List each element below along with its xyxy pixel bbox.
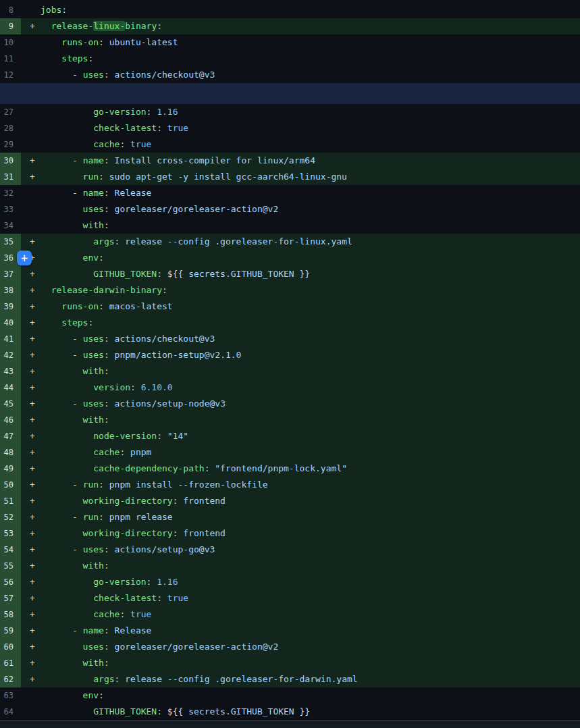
- code-token-key: cache-dependency-path: [41, 463, 205, 473]
- line-number[interactable]: 45: [0, 396, 21, 412]
- line-number[interactable]: 8: [0, 2, 21, 18]
- line-number[interactable]: 52: [0, 509, 21, 525]
- line-number[interactable]: 47: [0, 428, 21, 444]
- line-number[interactable]: 44: [0, 380, 21, 396]
- expand-hunk-row[interactable]: [0, 83, 580, 104]
- line-number[interactable]: 12: [0, 67, 21, 83]
- code-token-key: version: [41, 382, 130, 392]
- diff-line-53: 53+ working-directory: frontend: [0, 525, 580, 542]
- code-line: + with:: [21, 412, 580, 428]
- diff-line-63: 63 env:: [0, 687, 580, 704]
- code-line: + version: 6.10.0: [21, 380, 580, 396]
- line-number[interactable]: 64: [0, 704, 21, 720]
- line-number[interactable]: 56: [0, 574, 21, 590]
- diff-add-marker: +: [30, 590, 35, 606]
- line-number[interactable]: 42: [0, 347, 21, 363]
- code-token-number: 1.16: [157, 577, 178, 587]
- code-token-string: actions/setup-go@v3: [115, 544, 215, 554]
- diff-line-11: 11 steps:: [0, 51, 580, 67]
- code-token-key: release-: [41, 21, 93, 31]
- code-token-string: actions/setup-node@v3: [115, 398, 226, 409]
- code-token-number: true: [167, 123, 188, 133]
- diff-file-view: 8jobs:9+ release-linux-binary:10 runs-on…: [0, 0, 580, 728]
- line-number[interactable]: 27: [0, 104, 21, 120]
- line-number[interactable]: 40: [0, 315, 21, 331]
- code-token-key: working-directory: [41, 496, 173, 506]
- code-token-key: steps: [41, 317, 88, 328]
- code-token-punct: :: [120, 139, 130, 149]
- line-number[interactable]: 53: [0, 525, 21, 542]
- code-token-punct: :: [147, 577, 157, 587]
- code-line: + GITHUB_TOKEN: ${{ secrets.GITHUB_TOKEN…: [21, 266, 580, 282]
- code-token-string: release --config .goreleaser-for-linux.y…: [125, 236, 352, 246]
- code-line: uses: goreleaser/goreleaser-action@v2: [21, 201, 580, 217]
- line-number[interactable]: 60: [0, 639, 21, 655]
- line-number[interactable]: 63: [0, 687, 21, 704]
- line-number[interactable]: 29: [0, 136, 21, 153]
- line-number[interactable]: 62: [0, 671, 21, 687]
- code-line: + run: sudo apt-get -y install gcc-aarch…: [21, 169, 580, 185]
- code-line: + - run: pnpm install --frozen-lockfile: [21, 477, 580, 493]
- diff-add-marker: +: [30, 234, 35, 250]
- code-token-number: true: [130, 139, 151, 149]
- line-number[interactable]: 9: [0, 18, 21, 34]
- line-number[interactable]: 58: [0, 606, 21, 623]
- diff-add-marker: +: [30, 266, 35, 282]
- code-token-number: 6.10.0: [141, 382, 173, 392]
- line-number[interactable]: 37: [0, 266, 21, 282]
- code-token-key-highlight: linux-: [93, 21, 125, 31]
- line-number[interactable]: 33: [0, 201, 21, 217]
- diff-line-34: 34 with:: [0, 217, 580, 234]
- line-number[interactable]: 41: [0, 331, 21, 347]
- code-token-punct: }}: [300, 706, 311, 717]
- code-token-punct: :: [104, 415, 109, 425]
- code-token-key: env: [41, 253, 99, 263]
- code-line: + check-latest: true: [21, 590, 580, 606]
- diff-add-marker: +: [30, 315, 35, 331]
- line-number[interactable]: 10: [0, 34, 21, 51]
- line-number[interactable]: 57: [0, 590, 21, 606]
- diff-add-marker: +: [30, 331, 35, 347]
- line-number[interactable]: 50: [0, 477, 21, 493]
- line-number[interactable]: 59: [0, 623, 21, 639]
- code-token-punct: :: [104, 350, 115, 360]
- line-number[interactable]: 35: [0, 234, 21, 250]
- line-number[interactable]: 31: [0, 169, 21, 185]
- line-number[interactable]: 30: [0, 153, 21, 169]
- line-number[interactable]: 54: [0, 542, 21, 558]
- diff-line-60: 60+ uses: goreleaser/goreleaser-action@v…: [0, 639, 580, 655]
- diff-line-51: 51+ working-directory: frontend: [0, 493, 580, 509]
- line-number[interactable]: 28: [0, 120, 21, 136]
- diff-line-9: 9+ release-linux-binary:: [0, 18, 580, 34]
- add-comment-button[interactable]: +: [17, 251, 32, 265]
- line-number[interactable]: 32: [0, 185, 21, 201]
- diff-add-marker: +: [30, 428, 35, 444]
- code-token-number: 1.16: [157, 107, 178, 117]
- line-number[interactable]: 46: [0, 412, 21, 428]
- line-number[interactable]: 48: [0, 444, 21, 461]
- line-number[interactable]: 51: [0, 493, 21, 509]
- code-line: steps:: [21, 51, 580, 67]
- line-number[interactable]: 61: [0, 655, 21, 671]
- code-token-punct: :: [99, 690, 104, 700]
- line-number[interactable]: 55: [0, 558, 21, 574]
- line-number[interactable]: 39: [0, 298, 21, 315]
- code-token-string: sudo apt-get -y install gcc-aarch64-linu…: [109, 172, 347, 182]
- line-number[interactable]: 49: [0, 461, 21, 477]
- diff-line-48: 48+ cache: pnpm: [0, 444, 580, 461]
- code-token-key: runs-on: [41, 301, 99, 311]
- code-token-key: uses: [83, 544, 104, 554]
- line-number[interactable]: 11: [0, 51, 21, 67]
- code-token-key: name: [83, 155, 104, 165]
- code-token-punct: :: [88, 53, 93, 63]
- line-number[interactable]: 38: [0, 282, 21, 298]
- code-token-key: cache: [41, 447, 120, 457]
- code-token-punct: :: [99, 301, 109, 311]
- line-number[interactable]: 34: [0, 217, 21, 234]
- code-token-string: goreleaser/goreleaser-action@v2: [115, 642, 279, 652]
- code-token-key: uses: [83, 334, 104, 344]
- code-token-punct: :: [115, 674, 126, 684]
- code-token-string: secrets.GITHUB_TOKEN: [183, 706, 299, 717]
- line-number[interactable]: 43: [0, 363, 21, 380]
- code-token-key: check-latest: [41, 123, 157, 133]
